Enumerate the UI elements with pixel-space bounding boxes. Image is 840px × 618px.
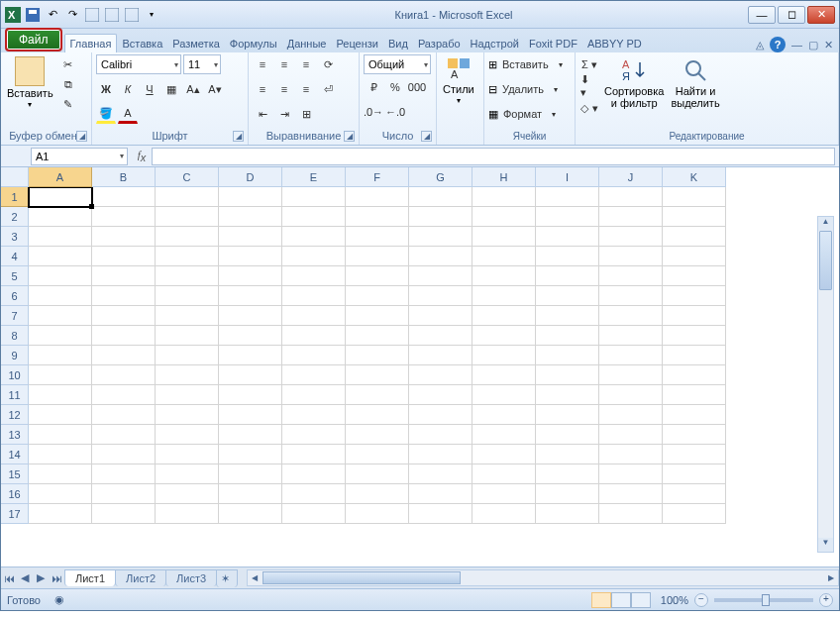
- cell[interactable]: [92, 326, 156, 346]
- cell[interactable]: [219, 187, 282, 207]
- column-header[interactable]: B: [92, 167, 156, 187]
- format-cells-button[interactable]: Формат▾: [500, 104, 559, 124]
- cell[interactable]: [409, 464, 472, 484]
- cell[interactable]: [282, 464, 346, 484]
- cell[interactable]: [663, 346, 726, 365]
- cell[interactable]: [156, 445, 219, 464]
- cell[interactable]: [409, 484, 472, 504]
- sheet-nav-next-icon[interactable]: ▶: [33, 571, 49, 584]
- cell[interactable]: [29, 464, 92, 484]
- cell[interactable]: [156, 346, 219, 365]
- sheet-tab-2[interactable]: Лист2: [115, 569, 166, 586]
- increase-decimal-button[interactable]: .0→: [364, 102, 383, 122]
- cell[interactable]: [29, 227, 92, 247]
- fx-button[interactable]: fx: [132, 149, 152, 163]
- cell[interactable]: [29, 326, 92, 346]
- tab-insert[interactable]: Вставка: [117, 35, 167, 52]
- cell[interactable]: [663, 464, 726, 484]
- cell[interactable]: [219, 385, 282, 405]
- maximize-button[interactable]: ◻: [778, 6, 805, 24]
- cell[interactable]: [346, 504, 409, 524]
- cell[interactable]: [599, 187, 663, 207]
- column-header[interactable]: F: [346, 167, 409, 187]
- align-middle-button[interactable]: ≡: [274, 54, 294, 74]
- cell[interactable]: [219, 227, 282, 247]
- cell[interactable]: [282, 405, 346, 425]
- increase-font-button[interactable]: A▴: [183, 79, 203, 99]
- tab-home[interactable]: Главная: [64, 34, 118, 52]
- cell[interactable]: [282, 385, 346, 405]
- sheet-nav-last-icon[interactable]: ⏭: [49, 572, 64, 584]
- tab-data[interactable]: Данные: [282, 35, 332, 52]
- row-header[interactable]: 3: [1, 227, 29, 247]
- cell[interactable]: [219, 326, 282, 346]
- cell[interactable]: [472, 247, 536, 266]
- zoom-slider[interactable]: [714, 598, 813, 602]
- fill-color-button[interactable]: 🪣: [96, 104, 116, 124]
- row-header[interactable]: 7: [1, 306, 29, 326]
- cell[interactable]: [92, 227, 156, 247]
- cell[interactable]: [219, 425, 282, 445]
- cell[interactable]: [599, 266, 663, 286]
- cell[interactable]: [282, 227, 346, 247]
- cell[interactable]: [29, 445, 92, 464]
- window-min-icon[interactable]: —: [791, 39, 802, 51]
- cell[interactable]: [472, 405, 536, 425]
- cell[interactable]: [472, 425, 536, 445]
- column-header[interactable]: D: [219, 167, 282, 187]
- help-icon[interactable]: ?: [770, 37, 786, 52]
- cell[interactable]: [29, 286, 92, 306]
- decrease-decimal-button[interactable]: ←.0: [385, 102, 405, 122]
- cell[interactable]: [409, 227, 472, 247]
- cell[interactable]: [346, 425, 409, 445]
- macro-record-icon[interactable]: ◉: [54, 593, 64, 606]
- cell[interactable]: [282, 207, 346, 227]
- cell[interactable]: [156, 286, 219, 306]
- cell[interactable]: [536, 385, 599, 405]
- vertical-scrollbar[interactable]: ▲ ▼: [817, 216, 834, 553]
- row-header[interactable]: 2: [1, 207, 29, 227]
- cell[interactable]: [346, 207, 409, 227]
- view-pagebreak-button[interactable]: [631, 592, 651, 608]
- cell[interactable]: [29, 504, 92, 524]
- cell[interactable]: [663, 187, 726, 207]
- cell[interactable]: [409, 266, 472, 286]
- underline-button[interactable]: Ч: [140, 79, 159, 99]
- tab-formulas[interactable]: Формулы: [225, 35, 282, 52]
- cell[interactable]: [156, 227, 219, 247]
- cell[interactable]: [599, 247, 663, 266]
- delete-cells-button[interactable]: Удалить▾: [499, 79, 561, 99]
- cell[interactable]: [282, 306, 346, 326]
- cell[interactable]: [409, 346, 472, 365]
- cell[interactable]: [409, 326, 472, 346]
- minimize-button[interactable]: —: [748, 6, 776, 24]
- tab-view[interactable]: Вид: [383, 35, 413, 52]
- scroll-right-icon[interactable]: ▶: [824, 573, 838, 582]
- zoom-out-button[interactable]: −: [694, 593, 708, 607]
- cell[interactable]: [472, 326, 536, 346]
- cell[interactable]: [599, 207, 663, 227]
- cell[interactable]: [29, 425, 92, 445]
- row-header[interactable]: 17: [1, 504, 29, 524]
- cell[interactable]: [346, 286, 409, 306]
- cell[interactable]: [409, 405, 472, 425]
- cell[interactable]: [472, 504, 536, 524]
- cell[interactable]: [599, 445, 663, 464]
- border-button[interactable]: ▦: [161, 79, 181, 99]
- wrap-text-button[interactable]: ⏎: [318, 79, 338, 99]
- cell[interactable]: [663, 484, 726, 504]
- qat-item-icon[interactable]: [104, 7, 120, 23]
- row-header[interactable]: 5: [1, 266, 29, 286]
- close-button[interactable]: ✕: [807, 6, 835, 24]
- scroll-left-icon[interactable]: ◀: [248, 573, 262, 582]
- cell[interactable]: [599, 306, 663, 326]
- cell[interactable]: [472, 365, 536, 385]
- cell[interactable]: [219, 286, 282, 306]
- cell[interactable]: [536, 187, 599, 207]
- row-header[interactable]: 13: [1, 425, 29, 445]
- scroll-thumb[interactable]: [262, 571, 461, 584]
- cell[interactable]: [599, 425, 663, 445]
- cell[interactable]: [536, 346, 599, 365]
- formula-input[interactable]: [152, 148, 835, 165]
- row-header[interactable]: 14: [1, 445, 29, 464]
